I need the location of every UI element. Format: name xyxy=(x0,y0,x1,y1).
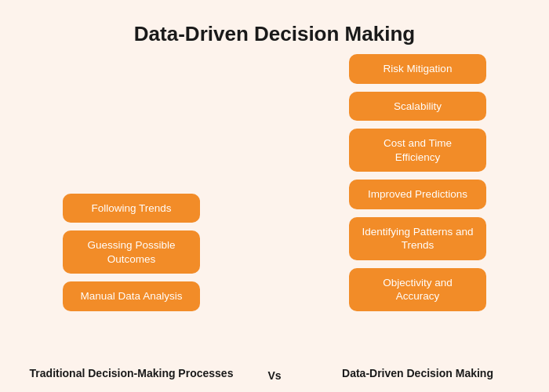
vs-column xyxy=(247,311,302,358)
left-chip: Manual Data Analysis xyxy=(63,281,200,311)
right-chip: Improved Predictions xyxy=(349,180,486,209)
right-chip: Risk Mitigation xyxy=(349,54,486,84)
right-chip: Scalability xyxy=(349,92,486,122)
diagram-area: Following TrendsGuessing Possible Outcom… xyxy=(0,54,549,366)
left-chip: Following Trends xyxy=(63,194,200,223)
right-chip: Identifying Patterns and Trends xyxy=(349,217,486,260)
left-chip: Guessing Possible Outcomes xyxy=(63,230,200,274)
right-chip: Cost and Time Efficiency xyxy=(349,129,486,172)
footer-left-label: Traditional Decision-Making Processes xyxy=(16,366,247,382)
footer-right-label: Data-Driven Decision Making xyxy=(302,366,533,382)
footer-row: Traditional Decision-Making Processes Vs… xyxy=(0,366,549,392)
right-chip: Objectivity and Accuracy xyxy=(349,268,486,311)
right-column: Risk MitigationScalabilityCost and Time … xyxy=(302,54,533,358)
page-title: Data-Driven Decision Making xyxy=(134,22,415,46)
footer-vs-label: Vs xyxy=(247,366,302,382)
left-column: Following TrendsGuessing Possible Outcom… xyxy=(16,194,247,358)
